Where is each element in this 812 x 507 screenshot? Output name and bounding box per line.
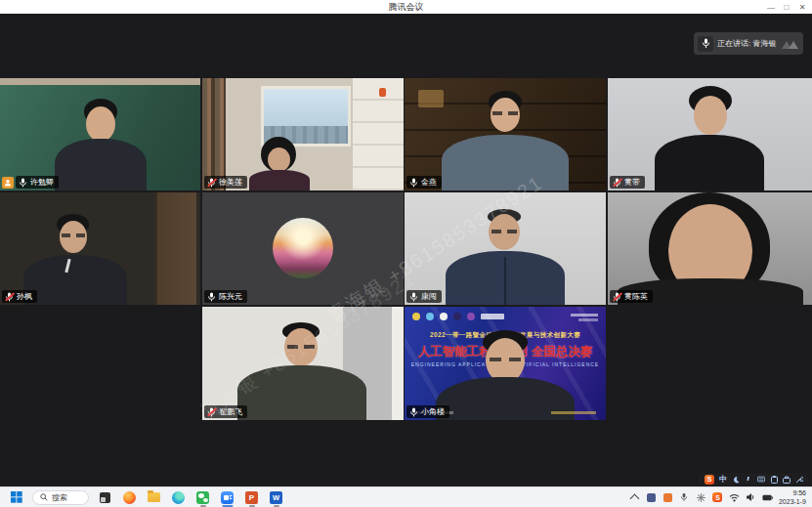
ime-language-mode[interactable]: 中 (719, 474, 727, 485)
participant-tile[interactable]: 黄带 (608, 78, 812, 190)
torso (442, 135, 569, 190)
shelf-light (418, 90, 444, 107)
clock-date: 2023-1-9 (779, 497, 806, 506)
bookshelf (202, 78, 226, 190)
logo-icon (440, 313, 448, 320)
participant-tile[interactable]: 孙枫 (0, 192, 200, 305)
sogou-logo-icon[interactable]: S (705, 475, 714, 485)
host-badge-icon (2, 177, 14, 189)
tray-mic-icon[interactable] (679, 492, 690, 503)
glasses (62, 233, 85, 237)
search-input[interactable]: 搜索 (32, 490, 89, 505)
mic-status-icon (613, 178, 621, 188)
maximize-button[interactable]: □ (779, 0, 794, 14)
participant-video (405, 192, 606, 305)
tray-app-icon[interactable] (646, 492, 657, 503)
torso (55, 139, 147, 190)
battery-icon[interactable] (762, 492, 773, 503)
search-icon (40, 493, 48, 501)
participant-name: 翟鹏飞 (219, 408, 242, 416)
tray-security-icon[interactable] (662, 492, 673, 503)
ime-wrench-icon[interactable] (795, 476, 803, 484)
decoration (578, 318, 598, 321)
minimize-button[interactable]: — (763, 0, 779, 14)
participant-tile[interactable]: 徐美莲 (202, 78, 404, 190)
name-tag: 徐美莲 (204, 176, 247, 189)
participant-tile[interactable]: 2022一带一路暨金砖国家技能发展与技术创新大赛 人工智能工程化应用 全国总决赛… (405, 307, 606, 420)
name-tag: 黄带 (610, 176, 645, 189)
mic-status-icon (207, 407, 216, 417)
poster-logos (412, 313, 504, 320)
tray-settings-icon[interactable] (696, 492, 706, 503)
task-view-button[interactable] (97, 488, 113, 507)
participant-name: 金燕 (421, 179, 437, 187)
ime-keyboard-icon[interactable] (757, 476, 765, 484)
avatar (273, 218, 333, 278)
mic-status-icon (409, 407, 418, 417)
edge-icon (172, 491, 185, 504)
participant-tile[interactable]: 康闯 (405, 192, 606, 305)
participant-video (608, 78, 812, 190)
active-window-indicator (222, 505, 233, 507)
word-icon: W (270, 491, 282, 504)
ime-clipboard-icon[interactable] (770, 476, 778, 484)
tencent-meeting-window: 腾讯会议 — □ ✕ 正在讲话: 青海银 (0, 0, 812, 507)
powerpoint-icon: P (245, 491, 258, 504)
start-button[interactable] (8, 488, 24, 507)
participant-name: 许勉卿 (30, 179, 54, 187)
participant-video (405, 78, 606, 190)
mic-status-icon (19, 178, 27, 188)
ime-toolbox-icon[interactable] (783, 476, 791, 484)
glasses (490, 358, 521, 361)
volume-icon[interactable] (746, 492, 756, 503)
name-tag: 翟鹏飞 (204, 405, 247, 418)
powerpoint-button[interactable]: P (243, 488, 260, 507)
wall-edge (392, 307, 404, 420)
face (86, 106, 115, 142)
firefox-button[interactable] (121, 488, 138, 507)
participant-tile[interactable]: 陈兴元 (202, 192, 404, 305)
tray-sogou-icon[interactable]: S (712, 492, 723, 503)
close-button[interactable]: ✕ (794, 0, 810, 14)
tencent-meeting-button[interactable] (219, 488, 235, 507)
meeting-stage: 正在讲话: 青海银 许勉卿 (0, 14, 812, 486)
participant-tile[interactable]: 翟鹏飞 (202, 307, 404, 420)
logo-icon (412, 313, 420, 320)
torso (237, 365, 366, 420)
sogou-ime-toolbar[interactable]: S 中 (699, 473, 809, 486)
participant-video (608, 192, 812, 305)
mic-status-icon (207, 292, 216, 302)
figurine (379, 88, 386, 97)
participant-tile[interactable]: 许勉卿 (0, 78, 200, 190)
logo-text-block (481, 314, 504, 319)
wifi-icon[interactable] (729, 492, 740, 503)
mic-icon (698, 36, 713, 52)
glasses (491, 230, 517, 233)
ime-moon-icon[interactable] (732, 476, 740, 484)
decoration (551, 411, 596, 414)
mic-status-icon (5, 292, 14, 302)
participant-tile[interactable]: 黄陈英 (608, 192, 812, 305)
speaking-banner: 正在讲话: 青海银 (694, 32, 803, 55)
window-title: 腾讯会议 (389, 1, 424, 14)
tray-expand-button[interactable] (629, 492, 640, 503)
face (694, 96, 727, 135)
taskbar-clock[interactable]: 9:56 2023-1-9 (779, 488, 806, 506)
participant-tile[interactable]: 金燕 (405, 78, 606, 190)
speaking-label: 正在讲话: 青海银 (717, 38, 776, 49)
wechat-icon (196, 491, 209, 504)
wechat-button[interactable] (194, 488, 211, 507)
edge-button[interactable] (170, 488, 187, 507)
name-tag: 陈兴元 (204, 290, 247, 303)
taskbar-apps: 搜索 (0, 488, 629, 507)
file-explorer-button[interactable] (146, 488, 162, 507)
chevron-up-icon (630, 494, 640, 504)
torso (23, 255, 127, 305)
torso (249, 170, 310, 190)
windows-taskbar: 搜索 (0, 486, 812, 507)
word-button[interactable]: W (268, 488, 284, 507)
participant-video (202, 192, 404, 305)
ime-punctuation-icon[interactable] (745, 476, 752, 484)
name-tag: 金燕 (406, 176, 442, 189)
name-tag: 康闯 (406, 290, 442, 303)
